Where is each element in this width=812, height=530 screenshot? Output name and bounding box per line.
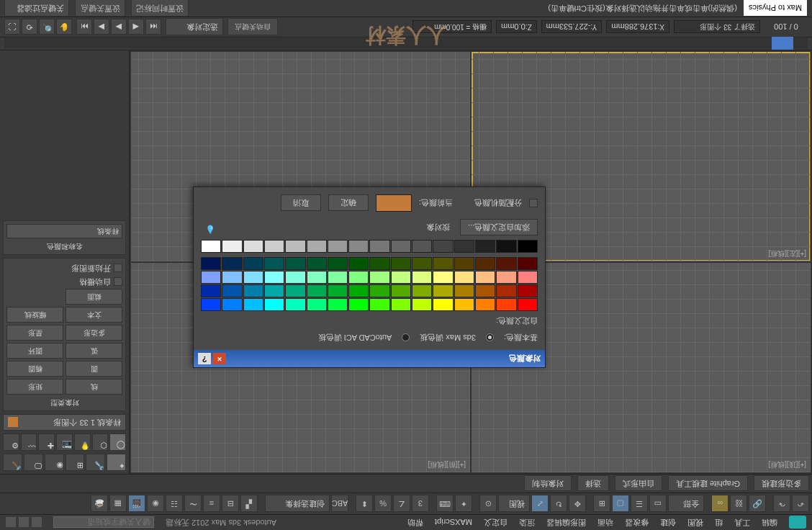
zoom-button[interactable]: 🔍	[39, 19, 55, 35]
btn-ngon[interactable]: 多边形	[66, 325, 122, 341]
window-crossing-button[interactable]: ⊞	[593, 495, 610, 513]
rotate-button[interactable]: ↻	[550, 495, 567, 513]
gray-swatch[interactable]	[328, 240, 348, 253]
color-swatch[interactable]	[264, 298, 284, 311]
select-region-button[interactable]: ▢	[612, 495, 629, 513]
color-swatch[interactable]	[433, 284, 453, 297]
color-swatch[interactable]	[201, 271, 221, 284]
eyedropper-icon[interactable]: 💧	[201, 220, 215, 235]
curve-editor-button[interactable]: 〜	[184, 495, 202, 513]
color-swatch[interactable]	[243, 284, 263, 297]
menu-custom[interactable]: 自定义	[484, 517, 508, 528]
gray-swatch[interactable]	[475, 240, 495, 253]
color-swatch[interactable]	[454, 257, 474, 270]
color-swatch[interactable]	[412, 257, 432, 270]
gray-swatch[interactable]	[391, 240, 411, 253]
named-selection-button[interactable]: ABC	[331, 495, 348, 513]
current-color-swatch[interactable]	[376, 194, 412, 212]
custom-colors-btn[interactable]: 添加自定义颜色...	[460, 219, 538, 235]
modify-tab[interactable]: 🔧	[86, 454, 105, 471]
setkey-button[interactable]: 设置关键点	[75, 0, 125, 17]
btn-ellipse[interactable]: 椭圆	[6, 361, 63, 377]
menu-help[interactable]: 帮助	[407, 517, 423, 528]
time-marker[interactable]	[772, 37, 793, 50]
motion-tab[interactable]: ◉	[45, 454, 64, 471]
color-swatch[interactable]	[348, 284, 369, 297]
color-swatch[interactable]	[201, 257, 221, 270]
color-swatch[interactable]	[307, 257, 327, 270]
dialog-close-button[interactable]: ×	[213, 353, 226, 364]
link-button[interactable]: 🔗	[749, 495, 766, 513]
y-field[interactable]: Y: -227.533mm	[541, 21, 603, 34]
gray-swatch[interactable]	[264, 240, 284, 253]
unlink-button[interactable]: ⛓	[730, 495, 747, 513]
color-swatch[interactable]	[222, 257, 242, 270]
color-swatch[interactable]	[454, 271, 474, 284]
snap-toggle[interactable]: 3	[412, 495, 429, 513]
tab-poly[interactable]: 多边形建模	[754, 476, 809, 492]
tab-graphite[interactable]: Graphite 建模工具	[668, 476, 748, 492]
tab-selection[interactable]: 选择	[577, 476, 609, 492]
color-swatch[interactable]	[433, 257, 453, 270]
time-config-button[interactable]: 设置时间标记	[131, 0, 189, 17]
render-frame-button[interactable]: ▦	[109, 495, 127, 513]
scale-button[interactable]: ⤢	[531, 495, 549, 513]
display-tab[interactable]: 🖵	[24, 454, 43, 471]
color-swatch[interactable]	[307, 271, 327, 284]
geometry-tab[interactable]: ◯	[109, 434, 126, 451]
category-dropdown[interactable]: 样条线 1 33 个图形	[3, 414, 126, 431]
keymode-dropdown[interactable]: 关键点过滤器	[4, 0, 69, 17]
color-swatch[interactable]	[222, 284, 242, 297]
bind-button[interactable]: ∞	[711, 495, 728, 513]
menu-script[interactable]: MAXScript	[435, 518, 472, 527]
render-button[interactable]: ☕	[91, 495, 108, 513]
color-swatch[interactable]	[412, 284, 432, 297]
named-selection-dropdown[interactable]: 创建选择集	[265, 495, 330, 513]
select-name-button[interactable]: ☰	[631, 495, 648, 513]
pivot-button[interactable]: ⊙	[479, 495, 497, 513]
color-swatch[interactable]	[496, 257, 516, 270]
object-name-field[interactable]: 样条线	[6, 224, 122, 238]
maxto-button[interactable]: Max to Physics	[743, 0, 808, 17]
menu-animation[interactable]: 动画	[597, 517, 613, 528]
gray-swatch[interactable]	[496, 240, 516, 253]
gray-swatch[interactable]	[243, 240, 263, 253]
start-check[interactable]	[114, 264, 122, 273]
render-setup-button[interactable]: 🎬	[128, 495, 145, 513]
color-swatch[interactable]	[518, 257, 538, 270]
color-swatch[interactable]	[243, 271, 263, 284]
manipulate-button[interactable]: ✦	[455, 495, 472, 513]
create-tab[interactable]: ✦	[107, 454, 126, 471]
color-swatch[interactable]	[243, 257, 263, 270]
menu-views[interactable]: 视图	[687, 517, 703, 528]
selection-filter-dropdown[interactable]: 全部	[668, 495, 704, 513]
gray-swatch[interactable]	[348, 240, 369, 253]
align-button[interactable]: ⊟	[222, 495, 239, 513]
tab-object[interactable]: 对象绘制	[524, 476, 572, 492]
radio-3dsmax[interactable]	[486, 333, 494, 341]
minimize-button[interactable]	[32, 518, 42, 528]
z-field[interactable]: Z: 0.0mm	[496, 21, 537, 34]
hierarchy-tab[interactable]: ⊞	[66, 454, 85, 471]
layers-button[interactable]: ≡	[203, 495, 220, 513]
shapes-tab[interactable]: ⬡	[92, 434, 109, 451]
color-swatch[interactable]	[518, 284, 538, 297]
gray-swatch[interactable]	[518, 240, 538, 253]
color-swatch[interactable]	[496, 271, 516, 284]
btn-donut[interactable]: 圆环	[6, 343, 63, 359]
color-swatch[interactable]	[370, 257, 390, 270]
color-swatch[interactable]	[201, 298, 221, 311]
color-swatch[interactable]	[412, 271, 432, 284]
color-swatch[interactable]	[454, 298, 474, 311]
gray-swatch[interactable]	[454, 240, 474, 253]
play-button[interactable]: ▶	[111, 19, 127, 35]
color-swatch[interactable]	[475, 257, 495, 270]
color-swatch[interactable]	[348, 271, 369, 284]
menu-graph[interactable]: 图形编辑器	[546, 517, 586, 528]
assign-random-check[interactable]	[529, 199, 538, 207]
color-swatch[interactable]	[285, 298, 305, 311]
autokey-button[interactable]: 自动关键点	[227, 19, 278, 36]
btn-section[interactable]: 截面	[66, 289, 122, 305]
autogrid-check[interactable]	[114, 278, 122, 287]
color-swatch[interactable]	[222, 271, 242, 284]
